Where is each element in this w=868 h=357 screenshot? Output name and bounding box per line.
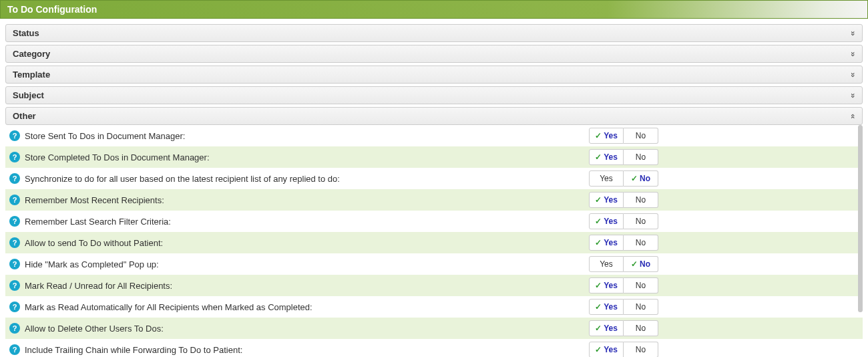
yes-no-toggle: ✓YesNo bbox=[589, 299, 658, 315]
yes-no-toggle: ✓YesNo bbox=[589, 342, 658, 357]
setting-row: ?Store Completed To Dos in Document Mana… bbox=[5, 146, 863, 168]
toggle-yes-button[interactable]: ✓Yes bbox=[589, 320, 624, 336]
setting-row: ?Store Sent To Dos in Document Manager:✓… bbox=[5, 125, 863, 146]
toggle-yes-button[interactable]: Yes bbox=[589, 256, 624, 272]
setting-label: Include Trailing Chain while Forwarding … bbox=[25, 345, 589, 355]
yes-no-toggle: ✓YesNo bbox=[589, 235, 658, 251]
yes-no-toggle: Yes✓No bbox=[589, 256, 658, 272]
toggle-no-button[interactable]: No bbox=[624, 342, 658, 357]
toggle-no-button[interactable]: No bbox=[624, 299, 658, 315]
setting-row: ?Remember Most Recent Recipients:✓YesNo bbox=[5, 189, 863, 211]
section-label-other: Other bbox=[13, 111, 36, 121]
toggle-yes-button[interactable]: ✓Yes bbox=[589, 342, 624, 357]
toggle-yes-label: Yes bbox=[604, 238, 618, 247]
toggle-yes-button[interactable]: ✓Yes bbox=[589, 128, 624, 144]
setting-row: ?Allow to send To Do without Patient:✓Ye… bbox=[5, 232, 863, 253]
help-icon[interactable]: ? bbox=[9, 130, 20, 141]
yes-no-toggle: ✓YesNo bbox=[589, 277, 658, 293]
yes-no-toggle: ✓YesNo bbox=[589, 149, 658, 165]
toggle-no-button[interactable]: No bbox=[624, 235, 658, 251]
toggle-no-label: No bbox=[640, 174, 650, 183]
help-icon[interactable]: ? bbox=[9, 152, 20, 162]
check-icon: ✓ bbox=[595, 303, 602, 311]
setting-label: Allow to Delete Other Users To Dos: bbox=[25, 324, 589, 334]
toggle-no-button[interactable]: No bbox=[624, 277, 658, 293]
toggle-no-label: No bbox=[636, 238, 646, 247]
setting-row: ?Allow to Delete Other Users To Dos:✓Yes… bbox=[5, 318, 863, 339]
toggle-yes-button[interactable]: ✓Yes bbox=[589, 299, 624, 315]
toggle-yes-label: Yes bbox=[600, 174, 613, 183]
yes-no-toggle: ✓YesNo bbox=[589, 128, 658, 144]
toggle-yes-label: Yes bbox=[604, 131, 618, 140]
section-header-category[interactable]: Category» bbox=[5, 45, 863, 63]
help-icon[interactable]: ? bbox=[9, 216, 20, 227]
yes-no-toggle: Yes✓No bbox=[589, 170, 658, 187]
setting-row: ?Remember Last Search Filter Criteria:✓Y… bbox=[5, 211, 863, 232]
setting-row: ?Mark Read / Unread for All Recipients:✓… bbox=[5, 275, 863, 296]
toggle-yes-label: Yes bbox=[604, 345, 618, 354]
setting-row: ?Synchronize to do for all user based on… bbox=[5, 168, 863, 189]
setting-label: Remember Last Search Filter Criteria: bbox=[25, 217, 589, 227]
setting-row: ?Include Trailing Chain while Forwarding… bbox=[5, 339, 863, 357]
toggle-no-button[interactable]: ✓No bbox=[624, 256, 658, 272]
help-icon[interactable]: ? bbox=[9, 173, 20, 184]
toggle-no-button[interactable]: ✓No bbox=[624, 170, 658, 187]
section-header-subject[interactable]: Subject» bbox=[5, 86, 863, 104]
chevron-down-icon: » bbox=[849, 31, 857, 36]
toggle-no-label: No bbox=[636, 131, 646, 140]
help-icon[interactable]: ? bbox=[9, 259, 20, 269]
toggle-no-label: No bbox=[636, 302, 646, 312]
chevron-down-icon: » bbox=[849, 93, 857, 98]
check-icon: ✓ bbox=[595, 324, 602, 332]
section-label: Template bbox=[13, 70, 50, 80]
panel-title: To Do Configuration bbox=[0, 0, 868, 19]
scrollbar-thumb[interactable] bbox=[858, 125, 863, 312]
help-icon[interactable]: ? bbox=[9, 344, 20, 355]
setting-label: Hide "Mark as Completed" Pop up: bbox=[25, 259, 589, 269]
section-header-template[interactable]: Template» bbox=[5, 66, 863, 84]
toggle-yes-label: Yes bbox=[600, 259, 613, 269]
help-icon[interactable]: ? bbox=[9, 237, 20, 248]
toggle-no-label: No bbox=[640, 259, 650, 269]
chevron-down-icon: » bbox=[849, 51, 857, 57]
section-header-status[interactable]: Status» bbox=[5, 24, 863, 42]
section-label: Category bbox=[13, 49, 50, 59]
check-icon: ✓ bbox=[631, 174, 638, 183]
setting-label: Store Completed To Dos in Document Manag… bbox=[25, 152, 589, 162]
toggle-no-button[interactable]: No bbox=[624, 149, 658, 165]
check-icon: ✓ bbox=[595, 346, 602, 354]
toggle-yes-label: Yes bbox=[604, 217, 618, 226]
toggle-no-label: No bbox=[636, 217, 646, 226]
yes-no-toggle: ✓YesNo bbox=[589, 213, 658, 229]
check-icon: ✓ bbox=[595, 196, 602, 204]
yes-no-toggle: ✓YesNo bbox=[589, 320, 658, 336]
toggle-no-button[interactable]: No bbox=[624, 320, 658, 336]
help-icon[interactable]: ? bbox=[9, 302, 20, 312]
config-sections: Status»Category»Template»Subject» Other … bbox=[0, 19, 868, 357]
toggle-no-label: No bbox=[636, 345, 646, 354]
toggle-yes-button[interactable]: ✓Yes bbox=[589, 149, 624, 165]
section-body-other: ?Store Sent To Dos in Document Manager:✓… bbox=[5, 125, 863, 357]
help-icon[interactable]: ? bbox=[9, 323, 20, 334]
toggle-yes-label: Yes bbox=[604, 302, 618, 312]
check-icon: ✓ bbox=[595, 153, 602, 161]
check-icon: ✓ bbox=[595, 281, 602, 289]
toggle-yes-button[interactable]: ✓Yes bbox=[589, 277, 624, 293]
setting-label: Mark as Read Automatically for All Recip… bbox=[25, 302, 589, 312]
help-icon[interactable]: ? bbox=[9, 280, 20, 291]
toggle-no-label: No bbox=[636, 281, 646, 290]
check-icon: ✓ bbox=[595, 217, 602, 225]
section-header-other[interactable]: Other « bbox=[5, 107, 863, 125]
toggle-yes-button[interactable]: ✓Yes bbox=[589, 213, 624, 229]
toggle-no-button[interactable]: No bbox=[624, 213, 658, 229]
scrollbar[interactable] bbox=[857, 125, 863, 357]
section-label: Status bbox=[13, 28, 39, 38]
setting-row: ?Mark as Read Automatically for All Reci… bbox=[5, 296, 863, 318]
toggle-yes-button[interactable]: Yes bbox=[589, 170, 624, 187]
toggle-yes-button[interactable]: ✓Yes bbox=[589, 192, 624, 208]
yes-no-toggle: ✓YesNo bbox=[589, 192, 658, 208]
toggle-no-button[interactable]: No bbox=[624, 128, 658, 144]
toggle-yes-button[interactable]: ✓Yes bbox=[589, 235, 624, 251]
help-icon[interactable]: ? bbox=[9, 195, 20, 205]
toggle-no-button[interactable]: No bbox=[624, 192, 658, 208]
